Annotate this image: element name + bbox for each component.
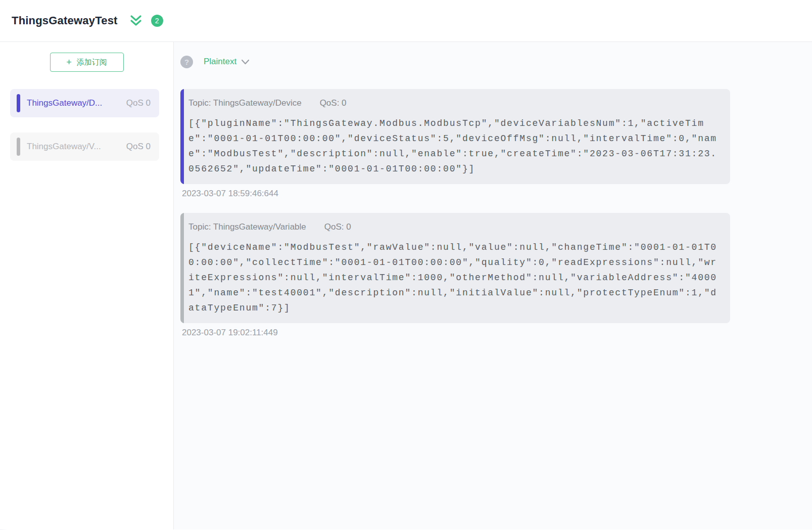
subscriptions-sidebar: + 添加订阅 ThingsGateway/D... QoS 0 ThingsGa… <box>0 42 174 529</box>
payload-format-label: Plaintext <box>204 57 236 67</box>
connection-title: ThingsGatewayTest <box>12 14 118 27</box>
subscription-accent-bar <box>17 138 20 156</box>
subscription-item-variable[interactable]: ThingsGateway/V... QoS 0 <box>10 132 159 161</box>
message-accent-bar <box>180 213 184 323</box>
add-subscription-button[interactable]: + 添加订阅 <box>50 53 124 72</box>
message-card-variable: Topic: ThingsGateway/Variable QoS: 0 [{"… <box>180 213 730 323</box>
plus-icon: + <box>66 58 72 67</box>
chevron-down-icon <box>241 59 250 65</box>
subscription-qos: QoS 0 <box>126 98 151 108</box>
message-timestamp: 2023-03-07 18:59:46:644 <box>182 189 812 199</box>
message-payload: [{"deviceName":"ModbusTest","rawValue":n… <box>188 240 722 316</box>
add-subscription-label: 添加订阅 <box>77 58 107 67</box>
messages-panel: ? Plaintext Topic: ThingsGateway/Device … <box>174 42 812 529</box>
message-list: Topic: ThingsGateway/Device QoS: 0 [{"pl… <box>180 89 812 338</box>
subscription-accent-bar <box>17 94 20 112</box>
subscription-topic: ThingsGateway/V... <box>27 142 120 152</box>
message-topic: Topic: ThingsGateway/Variable <box>188 220 306 234</box>
unread-count-badge: 2 <box>151 15 163 27</box>
content-area: + 添加订阅 ThingsGateway/D... QoS 0 ThingsGa… <box>0 42 812 529</box>
subscription-topic: ThingsGateway/D... <box>27 98 120 108</box>
page-header: ThingsGatewayTest 2 <box>0 0 812 42</box>
subscription-list: ThingsGateway/D... QoS 0 ThingsGateway/V… <box>0 89 173 161</box>
message-card-device: Topic: ThingsGateway/Device QoS: 0 [{"pl… <box>180 89 730 184</box>
message-qos: QoS: 0 <box>320 97 347 110</box>
payload-toolbar: ? Plaintext <box>180 55 812 68</box>
subscription-qos: QoS 0 <box>126 142 151 152</box>
message-header: Topic: ThingsGateway/Device QoS: 0 <box>188 97 722 110</box>
message-qos: QoS: 0 <box>324 220 351 234</box>
message-timestamp: 2023-03-07 19:02:11:449 <box>182 328 812 338</box>
message-payload: [{"pluginName":"ThingsGateway.Modbus.Mod… <box>188 116 722 176</box>
message-topic: Topic: ThingsGateway/Device <box>188 97 302 110</box>
double-chevron-down-icon[interactable] <box>129 14 143 28</box>
payload-format-dropdown[interactable]: Plaintext <box>204 57 250 67</box>
message-header: Topic: ThingsGateway/Variable QoS: 0 <box>188 220 722 234</box>
subscription-item-device[interactable]: ThingsGateway/D... QoS 0 <box>10 89 159 117</box>
message-accent-bar <box>180 89 184 184</box>
help-icon[interactable]: ? <box>180 56 193 68</box>
